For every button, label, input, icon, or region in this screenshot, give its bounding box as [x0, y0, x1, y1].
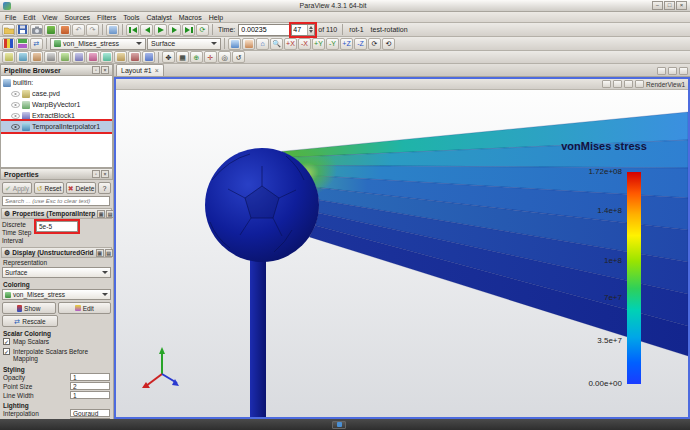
pipeline-item-warpbyvector1[interactable]: WarpByVector1 — [1, 99, 112, 110]
save-icon[interactable] — [16, 24, 29, 36]
macro-test-rotation-button[interactable]: test-rotation — [368, 25, 411, 34]
properties-search-input[interactable] — [2, 196, 110, 206]
line-width-input[interactable]: 1 — [70, 391, 110, 399]
interpolation-dropdown[interactable]: Gouraud — [70, 409, 110, 417]
menu-macros[interactable]: Macros — [179, 14, 202, 21]
vcr-first-frame-icon[interactable] — [126, 24, 139, 36]
visibility-eye-icon[interactable] — [11, 113, 20, 119]
color-legend-toggle-icon[interactable] — [2, 38, 15, 50]
delete-button[interactable]: ✖Delete — [66, 182, 96, 194]
show-scalar-bar-button[interactable]: Show — [2, 302, 56, 314]
view-undock-icon[interactable] — [613, 80, 622, 88]
vcr-loop-icon[interactable]: ⟳ — [196, 24, 209, 36]
view-plus-z-icon[interactable]: +Z — [340, 38, 353, 50]
representation-dropdown[interactable]: Surface — [2, 267, 111, 278]
rotate-90-cw-icon[interactable]: ⟳ — [368, 38, 381, 50]
rescale-visible-range-icon[interactable] — [242, 38, 255, 50]
screenshot-camera-icon[interactable] — [30, 24, 43, 36]
menu-edit[interactable]: Edit — [23, 14, 35, 21]
pipeline-item-extractblock1[interactable]: ExtractBlock1 — [1, 110, 112, 121]
edit-color-map-icon[interactable] — [16, 38, 29, 50]
minimize-button[interactable]: − — [652, 1, 663, 10]
pipeline-item-case-pvd[interactable]: case.pvd — [1, 88, 112, 99]
view-plus-x-icon[interactable]: +X — [284, 38, 297, 50]
extract-block-filter-icon[interactable] — [142, 51, 155, 63]
adjust-camera-icon[interactable]: ▦ — [176, 51, 189, 63]
vcr-previous-frame-icon[interactable] — [140, 24, 153, 36]
contour-filter-icon[interactable] — [16, 51, 29, 63]
display-section-header[interactable]: ⚙ Display (UnstructuredGrid ▣▤ — [1, 247, 112, 258]
zoom-to-data-icon[interactable]: 🔍 — [270, 38, 283, 50]
disconnect-icon[interactable] — [58, 24, 71, 36]
view-close-icon[interactable] — [635, 80, 644, 88]
clip-filter-icon[interactable] — [30, 51, 43, 63]
menu-sources[interactable]: Sources — [64, 14, 90, 21]
vcr-last-frame-icon[interactable] — [182, 24, 195, 36]
reset-button[interactable]: ↺Reset — [34, 182, 64, 194]
interpolate-scalars-checkbox[interactable]: ✓ — [3, 348, 10, 355]
menu-filters[interactable]: Filters — [97, 14, 116, 21]
time-value-input[interactable] — [238, 24, 290, 36]
frame-spinbox[interactable] — [291, 24, 315, 36]
frame-spin-arrows[interactable] — [307, 25, 314, 35]
coloring-dropdown[interactable]: von_Mises_stress — [2, 289, 111, 300]
vcr-play-icon[interactable] — [154, 24, 167, 36]
opacity-input[interactable]: 1 — [70, 373, 110, 381]
vcr-next-frame-icon[interactable] — [168, 24, 181, 36]
group-datasets-filter-icon[interactable] — [128, 51, 141, 63]
rescale-custom-range-icon[interactable] — [228, 38, 241, 50]
view-minus-x-icon[interactable]: -X — [298, 38, 311, 50]
tab-layout-1[interactable]: Layout #1 × — [116, 64, 164, 76]
visibility-eye-icon[interactable] — [11, 102, 20, 108]
reset-camera-icon[interactable]: ⌂ — [256, 38, 269, 50]
view-minus-z-icon[interactable]: -Z — [354, 38, 367, 50]
auto-apply-icon[interactable] — [106, 24, 119, 36]
scene-canvas[interactable] — [116, 90, 688, 417]
rotate-90-ccw-icon[interactable]: ⟲ — [382, 38, 395, 50]
menu-view[interactable]: View — [42, 14, 57, 21]
slice-filter-icon[interactable] — [44, 51, 57, 63]
view-minus-y-icon[interactable]: -Y — [326, 38, 339, 50]
properties-float-icon[interactable]: ▫ — [92, 170, 100, 178]
view-settings-icon[interactable] — [602, 80, 611, 88]
show-center-axes-icon[interactable]: ✛ — [204, 51, 217, 63]
show-orientation-axes-icon[interactable]: ⊕ — [190, 51, 203, 63]
toggle-interaction-mode-icon[interactable]: ✥ — [162, 51, 175, 63]
tab-close-icon[interactable]: × — [155, 67, 159, 74]
warp-by-vector-filter-icon[interactable] — [114, 51, 127, 63]
pipeline-close-icon[interactable]: × — [101, 66, 109, 74]
open-file-icon[interactable] — [2, 24, 15, 36]
rescale-button[interactable]: ⇄Rescale — [2, 315, 58, 327]
menu-help[interactable]: Help — [209, 14, 223, 21]
properties-close-icon[interactable]: × — [101, 170, 109, 178]
pipeline-float-icon[interactable]: ▫ — [92, 66, 100, 74]
connect-icon[interactable] — [44, 24, 57, 36]
macro-rot1-button[interactable]: rot-1 — [346, 25, 366, 34]
pick-center-icon[interactable]: ◎ — [218, 51, 231, 63]
discrete-time-step-input[interactable]: 5e-5 — [36, 221, 78, 232]
point-size-input[interactable]: 2 — [70, 382, 110, 390]
properties-section-header[interactable]: ⚙ Properties (TemporalInterp ▣▤ — [1, 208, 112, 219]
representation-combo[interactable]: Surface — [147, 38, 221, 50]
visibility-eye-icon[interactable] — [11, 91, 20, 97]
menu-tools[interactable]: Tools — [123, 14, 139, 21]
split-vertical-icon[interactable] — [668, 67, 677, 75]
view-split-icon[interactable] — [624, 80, 633, 88]
maximize-button[interactable]: □ — [664, 1, 675, 10]
menu-file[interactable]: File — [5, 14, 16, 21]
help-button[interactable]: ? — [98, 182, 111, 194]
map-scalars-checkbox[interactable]: ✓ — [3, 338, 10, 345]
interpolate-scalars-row[interactable]: ✓ Interpolate Scalars Before Mapping — [0, 347, 113, 364]
split-horizontal-icon[interactable] — [657, 67, 666, 75]
paste-display-icon[interactable]: ▤ — [105, 249, 113, 257]
apply-button[interactable]: ✔Apply — [2, 182, 32, 194]
active-variable-combo[interactable]: von_Mises_stress — [50, 38, 146, 50]
visibility-eye-icon[interactable] — [11, 124, 20, 130]
close-button[interactable]: × — [676, 1, 687, 10]
paste-properties-icon[interactable]: ▤ — [106, 210, 113, 218]
stream-tracer-filter-icon[interactable] — [100, 51, 113, 63]
rescale-to-data-icon[interactable]: ⇄ — [30, 38, 43, 50]
threshold-filter-icon[interactable] — [58, 51, 71, 63]
copy-properties-icon[interactable]: ▣ — [97, 210, 105, 218]
glyph-filter-icon[interactable] — [86, 51, 99, 63]
